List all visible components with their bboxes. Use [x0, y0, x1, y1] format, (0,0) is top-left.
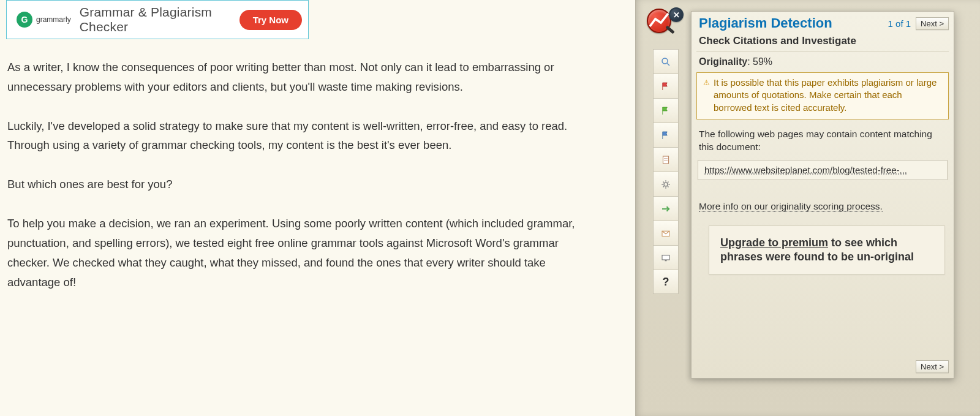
tool-flag-blue[interactable] [653, 123, 679, 147]
tool-mail[interactable] [653, 221, 679, 245]
tool-flag-red[interactable] [653, 74, 679, 98]
article-paragraph: As a writer, I know the consequences of … [7, 58, 598, 97]
article-paragraph: But which ones are best for you? [7, 175, 598, 194]
ad-title: Grammar & Plagiarism Checker [80, 5, 239, 34]
originality-row: Originality: 59% [692, 51, 954, 71]
popup-title: Plagiarism Detection [699, 15, 832, 31]
close-badge-icon[interactable]: ✕ [669, 7, 684, 22]
sidebar-toolbar: ? [653, 49, 679, 294]
svg-rect-8 [662, 255, 669, 260]
tool-monitor[interactable] [653, 245, 679, 270]
originality-label: Originality [699, 56, 747, 67]
tool-flag-green[interactable] [653, 98, 679, 123]
analysis-sidebar: ✕ ? Plagiarism Detection 1 of 1 Next > C… [635, 0, 980, 416]
plagiarism-popup: Plagiarism Detection 1 of 1 Next > Check… [691, 11, 954, 379]
more-info-row: More info on our originality scoring pro… [692, 180, 954, 217]
tool-document[interactable] [653, 147, 679, 172]
grammarly-logo-icon: G [17, 12, 32, 28]
ad-banner[interactable]: G grammarly Grammar & Plagiarism Checker… [6, 0, 309, 39]
next-button-top[interactable]: Next > [916, 17, 949, 30]
matching-url[interactable]: https://www.websiteplanet.com/blog/teste… [698, 160, 948, 180]
upgrade-callout[interactable]: Upgrade to premium to see which phrases … [709, 225, 945, 275]
try-now-button[interactable]: Try Now [239, 10, 302, 30]
ad-logo-text: grammarly [36, 15, 71, 24]
popup-nav: 1 of 1 Next > [888, 17, 949, 30]
article-paragraph: To help you make a decision, we ran an e… [7, 214, 598, 292]
svg-rect-2 [663, 156, 669, 164]
tool-gear[interactable] [653, 172, 679, 196]
article-paragraph: Luckily, I've developed a solid strategy… [7, 116, 598, 156]
popup-header: Plagiarism Detection 1 of 1 Next > [692, 12, 954, 31]
nav-position: 1 of 1 [888, 18, 911, 29]
upgrade-link[interactable]: Upgrade to premium [720, 236, 828, 249]
svg-rect-9 [665, 260, 667, 261]
tool-arrow[interactable] [653, 196, 679, 221]
more-info-link[interactable]: More info on our originality scoring pro… [699, 201, 883, 212]
article-body: As a writer, I know the consequences of … [6, 39, 635, 292]
article-pane: G grammarly Grammar & Plagiarism Checker… [0, 0, 635, 416]
svg-point-0 [662, 58, 668, 64]
originality-value: : 59% [747, 56, 772, 67]
match-note: The following web pages may contain cont… [692, 122, 954, 160]
warning-icon: ⚠ [703, 78, 710, 114]
svg-point-5 [664, 183, 668, 186]
popup-footer: Next > [692, 274, 954, 378]
warning-text: It is possible that this paper exhibits … [714, 77, 942, 114]
tool-search[interactable] [653, 49, 679, 74]
next-button-bottom[interactable]: Next > [916, 360, 949, 373]
svg-line-1 [667, 63, 669, 66]
ad-logo: G grammarly [17, 12, 71, 28]
tool-help[interactable]: ? [653, 270, 679, 294]
warning-box: ⚠ It is possible that this paper exhibit… [696, 72, 949, 119]
plagiarism-badge: ✕ [647, 7, 682, 36]
popup-subtitle: Check Citations and Investigate [692, 31, 954, 51]
